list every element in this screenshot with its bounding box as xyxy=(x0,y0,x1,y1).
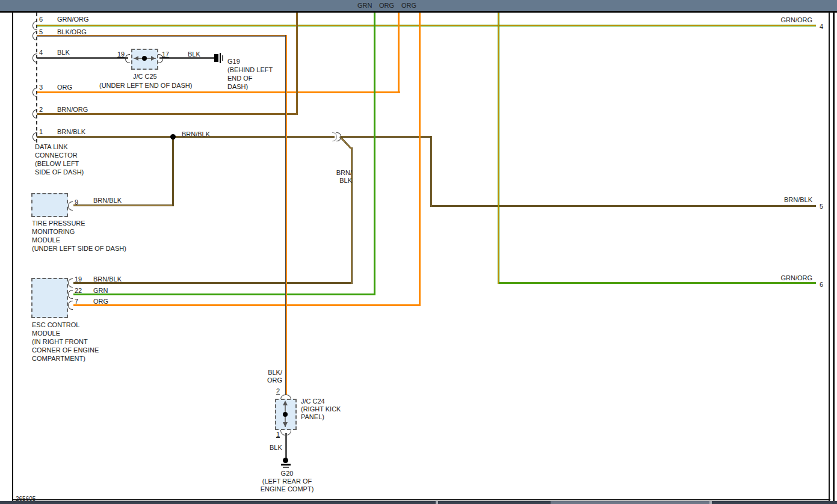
g20-name: G20 xyxy=(257,470,317,478)
dlc-pin5-num: 5 xyxy=(39,28,43,36)
right-exit-5-num: 5 xyxy=(820,203,823,211)
dlc-pin3-num: 3 xyxy=(39,84,43,91)
jc-c25-right-pin-num: 17 xyxy=(162,51,169,58)
bottom-scrollbar-track[interactable] xyxy=(0,501,837,504)
dlc-pin1-label: BRN/BLK xyxy=(57,128,85,136)
esc-pin22-num: 22 xyxy=(75,287,82,295)
dlc-caption-1: DATA LINK xyxy=(35,143,68,151)
wire-brnorg-vertical xyxy=(296,13,298,115)
diagram-right-border-inner xyxy=(829,13,830,504)
g19-name: G19 xyxy=(227,58,240,66)
jc-c24-in-wire-1: BLK/ xyxy=(266,369,282,376)
esc-caption-5: COMPARTMENT) xyxy=(32,355,85,363)
jc-c24-bottom-pin-num: 1 xyxy=(276,431,280,438)
jc-c24-out-wire-label: BLK xyxy=(270,444,282,452)
wire-brnblk-corner-drop xyxy=(430,136,432,207)
top-label-org-1: ORG xyxy=(379,2,394,10)
dlc-pin2-num: 2 xyxy=(39,106,43,114)
dlc-caption-3: (BELOW LEFT xyxy=(35,160,79,168)
esc-pin19-label: BRN/BLK xyxy=(93,275,122,283)
dlc-caption-2: CONNECTOR xyxy=(35,152,78,159)
jc-c24-junction-dot xyxy=(283,412,288,417)
jc-c24-loc-1: (RIGHT KICK xyxy=(301,405,341,413)
jc-c25-right-arrow-icon xyxy=(151,56,155,61)
esc-caption-3: (IN RIGHT FRONT xyxy=(32,338,88,346)
wire-grnorg-vertical xyxy=(498,13,499,284)
diagram-right-border-outer xyxy=(833,13,835,504)
jc-c24-top-pin-num: 2 xyxy=(276,387,280,395)
dlc-pin4-arc xyxy=(32,54,37,63)
dlc-pin5-arc xyxy=(32,31,37,40)
esc-caption-2: MODULE xyxy=(32,330,60,337)
wire-grnorg-row6 xyxy=(499,282,816,284)
wire-org-vertical-2 xyxy=(419,13,421,306)
wire-grnorg-row4 xyxy=(37,25,816,26)
scrollbar-divider-2 xyxy=(709,501,712,504)
jc-c24-in-wire-2: ORG xyxy=(266,376,282,384)
inline-connector-arc-2 xyxy=(336,132,341,141)
tpms-pin9-arc xyxy=(68,201,73,211)
top-label-grn: GRN xyxy=(357,2,372,10)
jc-c25-left-arrow-icon xyxy=(134,56,138,61)
wire-org-esc-pin7 xyxy=(73,304,421,306)
dlc-pin4-label: BLK xyxy=(57,49,70,57)
dlc-pin1-arc xyxy=(32,132,37,141)
g20-ground-bar2-icon xyxy=(283,467,289,468)
dlc-pin6-arc xyxy=(32,21,37,30)
mid-wire-label-1: BRN/ xyxy=(332,169,352,177)
g19-ground-icon xyxy=(214,54,218,62)
esc-caption-4: CORNER OF ENGINE xyxy=(32,346,99,354)
g19-loc-1: (BEHIND LEFT xyxy=(227,66,273,74)
diagram-left-border xyxy=(12,13,13,501)
esc-pin19-num: 19 xyxy=(75,275,82,283)
dlc-caption-4: SIDE OF DASH) xyxy=(35,168,84,176)
tpms-pin9-num: 9 xyxy=(75,198,78,206)
wire-brnblk-row5 xyxy=(430,205,816,207)
dlc-pin5-label: BLK/ORG xyxy=(57,28,87,36)
brnblk-branch-label: BRN/BLK xyxy=(182,131,210,138)
jc-c24-loc-2: PANEL) xyxy=(301,413,324,421)
esc-pin7-arc xyxy=(68,301,73,310)
dlc-pin6-label: GRN/ORG xyxy=(57,16,89,23)
tpms-caption-2: MONITORING xyxy=(32,228,75,236)
wire-org-pin3 xyxy=(37,91,400,93)
dlc-pin2-arc xyxy=(32,109,37,118)
jc-c25-left-pin-num: 19 xyxy=(117,51,125,58)
jc-c25-left-pin-arc xyxy=(125,54,130,63)
right-exit-4-label: GRN/ORG xyxy=(776,16,812,24)
dlc-pin3-arc xyxy=(32,88,37,97)
jc-c25-location: (UNDER LEFT END OF DASH) xyxy=(99,82,192,90)
tpms-pin9-label: BRN/BLK xyxy=(93,197,122,204)
jc-c25-name: J/C C25 xyxy=(133,73,157,81)
dlc-pin2-label: BRN/ORG xyxy=(57,106,88,114)
g20-ground-bar1-icon xyxy=(281,464,291,466)
wire-blkorg-vertical xyxy=(285,35,287,395)
jc-c24-up-arrow-icon xyxy=(283,401,288,405)
title-bar xyxy=(0,0,837,11)
top-label-org-2: ORG xyxy=(401,2,416,10)
g19-ground-bar-icon xyxy=(220,53,221,63)
g20-ground-dot-icon xyxy=(283,458,288,463)
esc-pin7-label: ORG xyxy=(93,298,108,306)
wire-blk-to-g20 xyxy=(285,433,287,459)
tpms-caption-1: TIRE PRESSURE xyxy=(32,220,85,227)
mid-wire-label-2: BLK xyxy=(332,177,352,185)
diagram-bottom-border xyxy=(12,499,830,500)
wire-blk-pin4-to-c25 xyxy=(37,57,128,59)
wire-org-vertical-1 xyxy=(398,13,400,93)
dlc-pin1-num: 1 xyxy=(39,128,43,136)
dlc-pin3-label: ORG xyxy=(57,84,72,91)
dlc-pin6-num: 6 xyxy=(39,16,43,23)
tpms-box xyxy=(31,193,68,217)
jc-c24-bottom-pin-arc xyxy=(280,430,291,435)
right-exit-5-label: BRN/BLK xyxy=(776,196,812,204)
g20-loc-2: ENGINE COMPT) xyxy=(257,485,317,493)
wiring-diagram-page: 6 GRN/ORG 5 BLK/ORG 4 BLK 3 ORG 2 BRN/OR… xyxy=(0,0,837,504)
esc-caption-1: ESC CONTROL xyxy=(32,321,79,329)
jc-c25-out-wire-label: BLK xyxy=(188,51,200,58)
g19-loc-3: DASH) xyxy=(227,83,248,91)
right-exit-6-num: 6 xyxy=(820,281,823,289)
wire-brnblk-diagonal xyxy=(339,136,352,149)
bottom-scrollbar-thumb[interactable] xyxy=(551,501,709,504)
wire-brnblk-junction-drop xyxy=(172,138,174,206)
